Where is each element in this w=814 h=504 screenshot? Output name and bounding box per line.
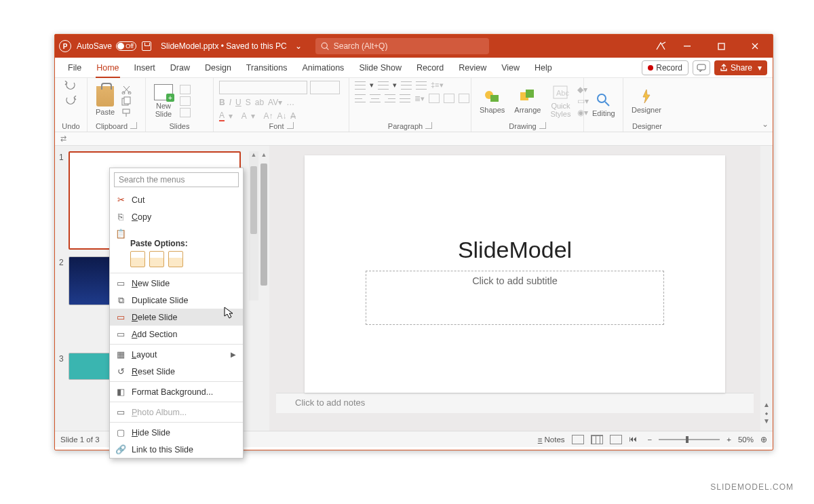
decrease-font-button[interactable]: A↓	[277, 111, 286, 121]
align-right-button[interactable]	[385, 94, 395, 102]
indent-increase-button[interactable]	[416, 81, 427, 90]
copy-icon[interactable]	[121, 96, 132, 106]
share-button[interactable]: Share▾	[714, 60, 767, 75]
tab-view[interactable]: View	[494, 58, 527, 78]
search-input[interactable]: Search (Alt+Q)	[315, 38, 489, 54]
bold-button[interactable]: B	[219, 98, 225, 107]
numbering-button[interactable]	[378, 81, 389, 90]
strikethrough-button[interactable]: S	[246, 98, 251, 107]
thumbnail-scrollbar[interactable]: ▲	[249, 151, 258, 301]
menu-format-background[interactable]: ◧Format Background...	[110, 383, 243, 400]
font-family-select[interactable]	[219, 81, 307, 94]
menu-duplicate-slide[interactable]: ⧉Duplicate Slide	[110, 292, 243, 309]
indent-decrease-button[interactable]	[401, 81, 412, 90]
zoom-slider[interactable]	[659, 439, 720, 440]
menu-hide-slide[interactable]: ▢Hide Slide	[110, 424, 243, 441]
layout-icon[interactable]	[180, 85, 191, 94]
tab-transitions[interactable]: Transitions	[239, 58, 295, 78]
char-spacing-button[interactable]: AV▾	[268, 98, 282, 107]
justify-button[interactable]	[400, 94, 410, 102]
slide-title[interactable]: SlideModel	[305, 237, 725, 263]
subtitle-placeholder[interactable]: Click to add subtitle	[366, 271, 664, 325]
reset-icon[interactable]	[180, 96, 191, 106]
zoom-level[interactable]: 50%	[738, 435, 754, 444]
shadow-button[interactable]: ab	[255, 98, 264, 107]
tab-record[interactable]: Record	[409, 58, 451, 78]
slide-counter[interactable]: Slide 1 of 3	[60, 435, 100, 444]
paragraph-dialog-launcher[interactable]	[425, 122, 432, 129]
sorter-view-button[interactable]	[591, 435, 603, 444]
font-size-select[interactable]	[310, 81, 340, 94]
clear-format-button[interactable]: A̶	[290, 111, 296, 121]
close-button[interactable]	[741, 35, 769, 58]
tab-draw[interactable]: Draw	[163, 58, 197, 78]
format-painter-icon[interactable]	[121, 108, 132, 117]
slide-thumbnail-1[interactable]: Search the menus ✂Cut ⎘Copy 📋Paste Optio…	[69, 151, 241, 250]
tab-review[interactable]: Review	[451, 58, 494, 78]
paste-dest-theme[interactable]	[130, 251, 145, 267]
section-icon[interactable]	[180, 108, 191, 117]
maximize-button[interactable]	[708, 35, 735, 58]
arrange-button[interactable]: Arrange	[511, 87, 543, 115]
bullets-button[interactable]	[355, 81, 366, 90]
line-spacing-button[interactable]: ‡≡▾	[431, 81, 444, 90]
notes-button[interactable]: ≡Notes	[538, 435, 565, 444]
menu-layout[interactable]: ▦Layout▶	[110, 346, 243, 363]
notes-pane[interactable]: Click to add notes	[276, 393, 754, 413]
vertical-scrollbar[interactable]: ▲⬥▼	[760, 146, 773, 431]
highlight-button[interactable]: A	[241, 111, 247, 121]
paste-picture[interactable]	[168, 251, 183, 267]
font-dialog-launcher[interactable]	[287, 122, 294, 129]
tab-design[interactable]: Design	[197, 58, 239, 78]
normal-view-button[interactable]	[572, 435, 584, 444]
paste-keep-source[interactable]	[149, 251, 164, 267]
tab-animations[interactable]: Animations	[295, 58, 352, 78]
menu-delete-slide[interactable]: ▭Delete Slide	[110, 309, 243, 326]
zoom-in-button[interactable]: +	[726, 435, 731, 444]
tab-file[interactable]: File	[60, 58, 89, 78]
text-direction-button[interactable]	[429, 94, 440, 103]
tab-slideshow[interactable]: Slide Show	[351, 58, 409, 78]
slide-canvas[interactable]: SlideModel Click to add subtitle	[305, 155, 725, 393]
shapes-button[interactable]: Shapes	[477, 87, 507, 115]
underline-button[interactable]: U	[235, 98, 241, 107]
tab-home[interactable]: Home	[89, 58, 126, 78]
save-icon[interactable]	[142, 41, 151, 51]
minimize-button[interactable]	[674, 35, 701, 58]
align-left-button[interactable]	[355, 94, 366, 102]
panel-divider-scroll[interactable]: ▲	[258, 146, 269, 431]
collapse-ribbon-button[interactable]: ⌄	[762, 119, 769, 129]
tab-insert[interactable]: Insert	[127, 58, 163, 78]
file-name[interactable]: SlideModel.pptx • Saved to this PC	[161, 41, 287, 51]
clipboard-dialog-launcher[interactable]	[130, 122, 137, 129]
quick-styles-button[interactable]: AbcQuick Styles	[547, 83, 573, 119]
font-color-button[interactable]: A	[219, 111, 225, 121]
editing-button[interactable]: Editing	[589, 92, 618, 119]
designer-button[interactable]: Designer	[629, 87, 664, 115]
increase-font-button[interactable]: A↑	[263, 111, 273, 121]
chevron-down-icon[interactable]: ⌄	[295, 41, 302, 51]
menu-cut[interactable]: ✂Cut	[110, 191, 243, 208]
redo-icon[interactable]	[65, 96, 77, 105]
align-text-button[interactable]	[444, 94, 454, 103]
undo-icon[interactable]	[64, 81, 78, 90]
reading-view-button[interactable]	[610, 435, 622, 444]
menu-search-input[interactable]: Search the menus	[114, 172, 239, 187]
slideshow-view-button[interactable]: ⏮	[629, 435, 641, 444]
menu-link-to-slide[interactable]: 🔗Link to this Slide	[110, 441, 243, 458]
menu-new-slide[interactable]: ▭New Slide	[110, 275, 243, 292]
paste-button[interactable]: Paste	[93, 85, 117, 117]
smartart-button[interactable]	[459, 94, 469, 103]
menu-copy[interactable]: ⎘Copy	[110, 208, 243, 225]
new-slide-button[interactable]: New Slide	[151, 83, 176, 119]
menu-reset-slide[interactable]: ↺Reset Slide	[110, 363, 243, 380]
align-center-button[interactable]	[370, 94, 381, 102]
menu-add-section[interactable]: ▭Add Section	[110, 326, 243, 343]
qat-customize-icon[interactable]: ⇄	[60, 134, 66, 143]
autosave-toggle[interactable]: AutoSave Off	[77, 41, 136, 51]
record-button[interactable]: Record	[642, 60, 689, 75]
fit-to-window-button[interactable]: ⊕	[760, 435, 767, 444]
ribbon-display-icon[interactable]	[655, 40, 667, 52]
tab-help[interactable]: Help	[527, 58, 560, 78]
zoom-out-button[interactable]: −	[648, 435, 653, 444]
